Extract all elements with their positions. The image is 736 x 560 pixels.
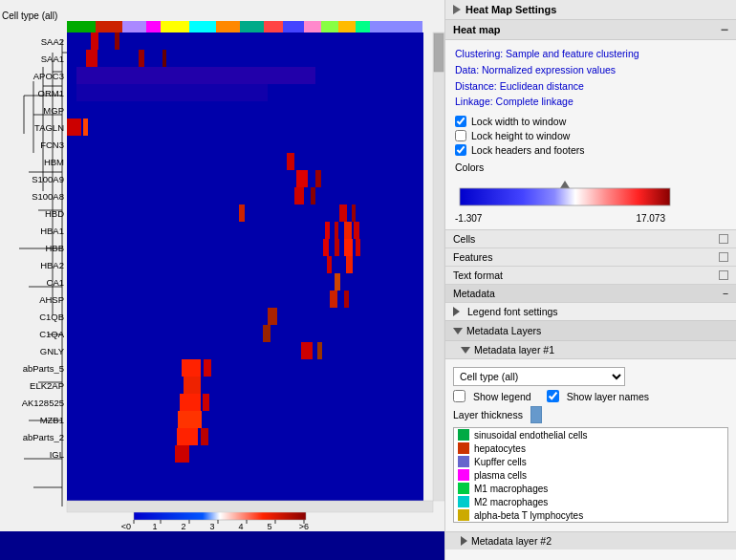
- svg-rect-9: [264, 21, 283, 32]
- text-format-expand-icon: [719, 270, 728, 280]
- layer2-arrow: [461, 536, 467, 546]
- metadata-layers-arrow: [453, 328, 463, 334]
- svg-rect-37: [91, 32, 98, 50]
- svg-rect-75: [327, 256, 332, 273]
- svg-text:5: 5: [267, 522, 271, 531]
- svg-rect-95: [180, 394, 201, 411]
- settings-panel: Heat Map Settings Heat map − Clustering:…: [444, 0, 736, 560]
- svg-rect-78: [335, 273, 340, 291]
- svg-text:HBA1: HBA1: [40, 226, 64, 236]
- settings-title: Heat Map Settings: [465, 4, 556, 15]
- plasma-color: [458, 469, 469, 481]
- lock-height-checkbox[interactable]: [455, 130, 466, 141]
- svg-text:4: 4: [238, 522, 243, 531]
- svg-rect-81: [344, 291, 349, 308]
- svg-rect-88: [317, 342, 322, 359]
- svg-rect-47: [67, 101, 423, 118]
- svg-text:MZB1: MZB1: [40, 415, 64, 425]
- cells-expand-icon: [719, 234, 728, 244]
- text-format-label: Text format: [453, 269, 503, 281]
- color-gradient-svg: [455, 177, 675, 207]
- svg-rect-55: [296, 170, 308, 187]
- svg-text:AHSP: AHSP: [39, 294, 64, 305]
- metadata-layers-header[interactable]: Metadata Layers: [445, 321, 736, 341]
- svg-rect-3: [122, 21, 146, 32]
- heatmap-section-header[interactable]: Heat map −: [445, 20, 736, 40]
- lock-headers-checkbox[interactable]: [455, 144, 466, 156]
- svg-rect-101: [201, 428, 208, 445]
- svg-rect-6: [189, 21, 216, 32]
- svg-rect-100: [177, 428, 198, 445]
- svg-rect-4: [146, 21, 161, 32]
- svg-rect-57: [67, 187, 423, 205]
- cell-list[interactable]: sinusoidal endothelial cells hepatocytes…: [453, 427, 728, 523]
- lock-height-row: Lock height to window: [455, 130, 726, 141]
- svg-rect-77: [67, 273, 423, 291]
- svg-rect-62: [339, 205, 347, 222]
- lock-width-checkbox[interactable]: [455, 116, 466, 127]
- layer1-content: Cell type (all) Show legend Show layer n…: [445, 359, 736, 531]
- layer2-label: Metadata layer #2: [471, 535, 552, 547]
- svg-rect-85: [263, 325, 271, 342]
- svg-text:3: 3: [209, 522, 214, 531]
- lock-headers-label: Lock headers and footers: [471, 144, 585, 156]
- svg-rect-61: [239, 205, 245, 222]
- svg-text:2: 2: [181, 522, 185, 531]
- show-legend-checkbox[interactable]: [453, 390, 465, 402]
- svg-rect-70: [323, 239, 329, 256]
- metadata-layer2-header[interactable]: Metadata layer #2: [445, 531, 736, 549]
- metadata-row[interactable]: Metadata −: [445, 285, 736, 303]
- svg-text:IGL: IGL: [50, 449, 64, 460]
- cell-item-kupffer: Kupffer cells: [454, 455, 727, 468]
- show-layer-names-checkbox[interactable]: [547, 390, 559, 402]
- features-row[interactable]: Features: [445, 248, 736, 267]
- svg-text:SAA2: SAA2: [41, 36, 64, 47]
- svg-rect-13: [338, 21, 356, 32]
- heatmap-section-content: Clustering: Sample and feature clusterin…: [445, 40, 736, 229]
- show-layer-names-label: Show layer names: [567, 391, 649, 402]
- svg-rect-38: [115, 32, 119, 50]
- svg-rect-72: [344, 239, 353, 256]
- svg-rect-53: [287, 153, 294, 170]
- metadata-layer1-header[interactable]: Metadata layer #1: [445, 341, 736, 359]
- svg-text:SAA1: SAA1: [41, 54, 64, 64]
- svg-rect-97: [67, 411, 423, 428]
- layer-thickness-label: Layer thickness: [453, 409, 523, 420]
- cell-item-hepatocytes: hepatocytes: [454, 442, 727, 455]
- kupffer-color: [458, 456, 469, 467]
- svg-rect-93: [184, 377, 201, 394]
- layer-thickness-row: Layer thickness: [453, 406, 728, 423]
- svg-rect-63: [352, 205, 356, 222]
- svg-rect-83: [268, 308, 277, 325]
- legend-font-label: Legend font settings: [467, 306, 558, 317]
- svg-rect-64: [67, 222, 423, 239]
- svg-rect-87: [301, 342, 313, 359]
- svg-text:GNLY: GNLY: [40, 346, 65, 356]
- thickness-indicator: [530, 406, 542, 423]
- cells-row[interactable]: Cells: [445, 230, 736, 248]
- svg-rect-58: [294, 187, 304, 205]
- alphabeta-label: alpha-beta T lymphocytes: [474, 510, 583, 521]
- heatmap-visualization: Cell type (all): [0, 0, 444, 531]
- svg-rect-42: [162, 50, 166, 67]
- svg-text:HBA2: HBA2: [40, 260, 64, 270]
- layer1-dropdown[interactable]: Cell type (all): [453, 367, 625, 386]
- svg-rect-50: [83, 118, 88, 136]
- legend-font-row[interactable]: Legend font settings: [445, 303, 736, 321]
- svg-rect-11: [304, 21, 321, 32]
- svg-rect-96: [203, 394, 209, 411]
- svg-rect-49: [67, 118, 81, 136]
- svg-rect-52: [67, 153, 423, 170]
- text-format-row[interactable]: Text format: [445, 267, 736, 285]
- lock-width-label: Lock width to window: [471, 116, 566, 127]
- heatmap-collapse-icon: −: [721, 23, 728, 36]
- colors-section: Colors: [455, 162, 726, 224]
- svg-rect-44: [76, 67, 315, 84]
- cell-list-container: sinusoidal endothelial cells hepatocytes…: [453, 427, 728, 523]
- linkage-info: Linkage: Complete linkage: [455, 94, 726, 110]
- svg-rect-54: [67, 170, 423, 187]
- svg-rect-7: [216, 21, 240, 32]
- svg-rect-60: [67, 205, 423, 222]
- svg-rect-104: [67, 463, 423, 501]
- legend-font-arrow: [453, 307, 460, 316]
